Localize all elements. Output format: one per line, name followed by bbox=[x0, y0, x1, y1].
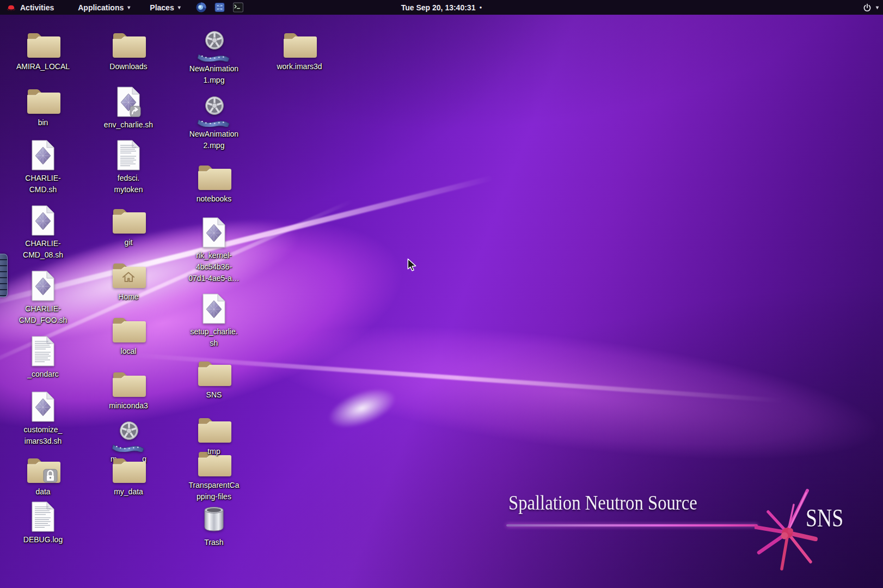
notification-dot: ● bbox=[479, 5, 482, 10]
desktop-icon-bin[interactable]: bin bbox=[5, 86, 81, 128]
folder-icon bbox=[197, 415, 231, 444]
icon-label: my_data bbox=[114, 486, 143, 498]
browser-icon[interactable] bbox=[195, 2, 207, 13]
desktop-icon-newanimation2-mpg[interactable]: NewAnimation 2.mpg bbox=[176, 95, 252, 151]
movie-file-icon bbox=[111, 420, 146, 452]
desktop-icon-env-charlie-sh[interactable]: env_charlie.sh bbox=[90, 86, 167, 131]
desktop-icon-setup-charlie-sh[interactable]: setup_charlie. sh bbox=[176, 293, 252, 349]
icon-label: NewAnimation 1.mpg bbox=[189, 63, 238, 86]
icon-label: miniconda3 bbox=[109, 400, 148, 412]
shell-script-icon bbox=[30, 139, 56, 171]
shell-script-icon bbox=[30, 205, 56, 236]
system-menu[interactable]: ▾ bbox=[862, 0, 879, 15]
activities-label: Activities bbox=[20, 3, 54, 12]
icon-label: tmp bbox=[207, 446, 220, 457]
icon-label: bin bbox=[38, 117, 48, 128]
home-folder-icon bbox=[111, 260, 146, 290]
folder-icon bbox=[197, 162, 231, 192]
icon-label: CHARLIE- CMD.sh bbox=[25, 173, 60, 195]
applications-menu[interactable]: Applications ▾ bbox=[72, 0, 136, 15]
file-manager-icon[interactable] bbox=[214, 2, 225, 13]
shell-script-icon bbox=[30, 270, 56, 302]
sns-title: Spallation Neutron Source bbox=[508, 491, 697, 514]
icon-label: SNS bbox=[206, 389, 222, 401]
movie-file-icon bbox=[197, 30, 231, 62]
icon-label: fedsci. mytoken bbox=[114, 173, 143, 195]
desktop-icon-local[interactable]: local bbox=[90, 315, 167, 357]
desktop-icon-downloads[interactable]: Downloads bbox=[90, 30, 167, 72]
folder-icon bbox=[111, 369, 146, 399]
desktop-icon-customize-imars3d-sh[interactable]: customize_ imars3d.sh bbox=[5, 391, 81, 447]
desktop-icon-trash[interactable]: Trash bbox=[176, 504, 252, 548]
desktop-icon-newanimation1-mpg[interactable]: NewAnimation 1.mpg bbox=[176, 30, 252, 86]
chevron-down-icon: ▾ bbox=[127, 4, 130, 10]
clock-button[interactable]: Tue Sep 20, 13:40:31 ● bbox=[401, 0, 482, 15]
places-label: Places bbox=[150, 3, 174, 12]
icon-label: git bbox=[125, 237, 133, 248]
desktop-icon-debug-log[interactable]: DEBUG.log bbox=[5, 501, 81, 546]
desktop-icon-work-imars3d[interactable]: work.imars3d bbox=[261, 30, 338, 72]
desktop-icon-charlie-cmd-08-sh[interactable]: CHARLIE- CMD_08.sh bbox=[5, 205, 81, 261]
icon-label: env_charlie.sh bbox=[104, 119, 153, 131]
folder-icon bbox=[282, 30, 317, 59]
locked-folder-icon bbox=[26, 455, 60, 485]
sns-branding: Spallation Neutron Source SNS bbox=[500, 486, 875, 579]
icon-label: Trash bbox=[204, 537, 223, 548]
icon-label: CHARLIE- CMD_FOO.sh bbox=[19, 303, 68, 326]
folder-icon bbox=[111, 206, 146, 235]
redhat-logo-icon bbox=[6, 3, 16, 11]
desktop-icon-notebooks[interactable]: notebooks bbox=[176, 162, 252, 205]
text-document-icon bbox=[30, 501, 56, 532]
text-document-icon bbox=[116, 139, 141, 171]
icon-label: setup_charlie. sh bbox=[190, 326, 237, 349]
desktop-icon-miniconda3[interactable]: miniconda3 bbox=[90, 369, 167, 412]
desktop-icon-my-data[interactable]: my_data bbox=[90, 455, 167, 498]
desktop-icon-home[interactable]: Home bbox=[90, 260, 167, 303]
wallpaper-streak bbox=[323, 381, 401, 436]
icon-label: rik_kernel- 4bc54b36- 07d1-4ae5-a… bbox=[188, 250, 239, 284]
shell-script-icon bbox=[30, 391, 56, 422]
shell-script-symlink-icon bbox=[116, 86, 141, 118]
folder-icon bbox=[26, 86, 60, 115]
icon-label: DEBUG.log bbox=[23, 534, 63, 546]
mouse-cursor bbox=[407, 258, 417, 272]
sns-underline bbox=[506, 524, 758, 526]
folder-icon bbox=[111, 455, 146, 485]
desktop-icon-sns[interactable]: SNS bbox=[176, 358, 252, 401]
shell-script-icon bbox=[201, 293, 226, 324]
desktop-icon-amira-local[interactable]: AMIRA_LOCAL bbox=[5, 30, 81, 72]
desktop-icon-git[interactable]: git bbox=[90, 206, 167, 248]
icon-label: data bbox=[35, 486, 50, 498]
folder-icon bbox=[26, 30, 60, 59]
icon-label: work.imars3d bbox=[277, 61, 322, 72]
desktop-icon-condarc[interactable]: _condarc bbox=[5, 335, 81, 380]
terminal-icon[interactable] bbox=[232, 2, 244, 13]
desktop-icon-data[interactable]: data bbox=[5, 455, 81, 498]
clock-label: Tue Sep 20, 13:40:31 bbox=[401, 3, 476, 12]
top-bar: Activities Applications ▾ Places ▾ Tue S… bbox=[0, 0, 883, 15]
icon-label: AMIRA_LOCAL bbox=[16, 61, 70, 72]
chevron-down-icon: ▾ bbox=[178, 4, 181, 10]
places-menu[interactable]: Places ▾ bbox=[144, 0, 186, 15]
sns-acronym: SNS bbox=[806, 504, 843, 532]
icon-label: TransparentCa pping-files bbox=[189, 480, 240, 503]
hidden-dock-handle[interactable] bbox=[0, 254, 8, 297]
icon-label: local bbox=[121, 346, 137, 357]
shell-script-icon bbox=[201, 217, 226, 248]
desktop-icon-tmp[interactable]: tmp bbox=[176, 415, 252, 457]
applications-label: Applications bbox=[78, 3, 124, 12]
chevron-down-icon: ▾ bbox=[876, 4, 879, 10]
desktop-icon-charlie-cmd-foo-sh[interactable]: CHARLIE- CMD_FOO.sh bbox=[5, 270, 81, 326]
desktop-icon-rik-kernel[interactable]: rik_kernel- 4bc54b36- 07d1-4ae5-a… bbox=[176, 217, 252, 284]
desktop-icon-charlie-cmd-sh[interactable]: CHARLIE- CMD.sh bbox=[5, 139, 81, 195]
activities-button[interactable]: Activities bbox=[0, 0, 60, 15]
desktop-icon-fedsci-mytoken[interactable]: fedsci. mytoken bbox=[90, 139, 167, 195]
icon-label: NewAnimation 2.mpg bbox=[189, 128, 238, 151]
movie-file-icon bbox=[197, 95, 231, 127]
favorite-launchers bbox=[195, 2, 244, 13]
icon-label: Downloads bbox=[109, 61, 147, 72]
folder-icon bbox=[111, 315, 146, 344]
icon-label: customize_ imars3d.sh bbox=[24, 424, 63, 447]
folder-icon bbox=[111, 30, 146, 59]
folder-icon bbox=[197, 358, 231, 388]
